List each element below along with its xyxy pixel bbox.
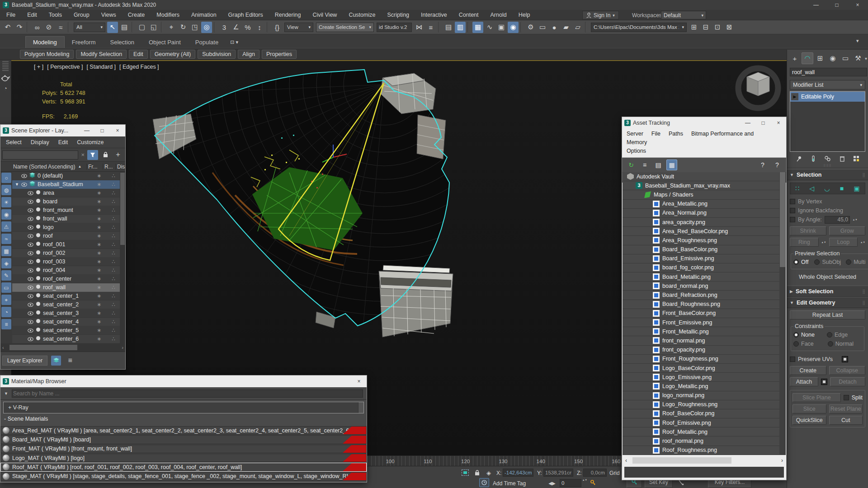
ribbon-collapse-icon[interactable]: ▾ xyxy=(856,38,859,44)
x-coordinate-field[interactable] xyxy=(503,469,533,477)
scene-tree-row[interactable]: ▼ roof_001 ∗ ∴ xyxy=(12,240,120,249)
render-toggle[interactable]: ∴ xyxy=(107,276,120,282)
soft-selection-rollout-header[interactable]: ▶ Soft Selection ⣿ xyxy=(787,286,868,297)
maximize-button[interactable]: □ xyxy=(826,0,847,10)
modifier-stack[interactable]: ▶ Editable Poly xyxy=(790,91,865,152)
border-subobject-icon[interactable]: ◡ xyxy=(824,185,830,192)
modifier-list-dropdown[interactable]: Modifier List ▾ xyxy=(790,80,865,89)
render-toggle[interactable]: ∴ xyxy=(107,301,120,308)
expand-arrow-icon[interactable]: ▼ xyxy=(15,182,19,187)
frozen-toggle[interactable]: ∗ xyxy=(91,173,107,179)
add-time-tag[interactable]: Add Time Tag xyxy=(493,480,526,487)
asset-row[interactable]: logo_normal.png xyxy=(623,391,779,400)
filter-icon[interactable] xyxy=(87,150,98,160)
teapot-icon[interactable] xyxy=(1,75,10,81)
detach-button[interactable]: Detach xyxy=(830,377,865,386)
frozen-toggle[interactable]: ∗ xyxy=(91,233,107,239)
clear-search-icon[interactable]: × xyxy=(80,151,85,158)
scene-tree-row[interactable]: ▼ seat_center_3 ∗ ∴ xyxy=(12,309,120,318)
asset-row[interactable]: board_fog_color.png xyxy=(623,263,779,272)
asset-row[interactable]: Logo_Metallic.png xyxy=(623,382,779,391)
toolbar-separator[interactable] xyxy=(68,22,71,33)
folder-options-icon[interactable]: ⊠ xyxy=(724,22,735,33)
render-toggle[interactable]: ∴ xyxy=(107,310,120,316)
show-end-result-icon[interactable] xyxy=(810,155,816,162)
display-lights-icon[interactable]: ☀ xyxy=(1,197,11,207)
asset-tracking-title-bar[interactable]: 3 Asset Tracking —□× xyxy=(622,117,786,129)
percent-snap-icon[interactable]: % xyxy=(242,22,253,33)
frozen-toggle[interactable]: ∗ xyxy=(91,224,107,230)
preserve-uvs-checkbox[interactable] xyxy=(790,357,795,362)
constraint-normal-radio[interactable] xyxy=(828,341,833,347)
select-and-rotate-icon[interactable]: ↻ xyxy=(178,22,189,33)
project-folder-icon[interactable]: ⊞ xyxy=(689,22,699,33)
menu-item[interactable]: Views xyxy=(101,12,116,18)
render-toggle[interactable]: ∴ xyxy=(107,284,120,291)
visibility-eye-icon[interactable] xyxy=(21,183,27,187)
slice-plane-button[interactable]: Slice Plane xyxy=(793,393,841,402)
command-panel-tabs-overflow-icon[interactable]: ▾ xyxy=(865,56,867,61)
edit-geometry-rollout-header[interactable]: ▼ Edit Geometry ⣿ xyxy=(787,297,868,308)
scene-tree-row[interactable]: ▼ roof_003 ∗ ∴ xyxy=(12,258,120,266)
preview-multi-radio[interactable] xyxy=(846,259,851,265)
render-toggle[interactable]: ∴ xyxy=(107,173,120,179)
remove-modifier-icon[interactable] xyxy=(840,155,845,162)
menu-item[interactable]: Edit xyxy=(58,139,68,145)
toolbar-separator[interactable] xyxy=(214,22,217,33)
visibility-eye-icon[interactable] xyxy=(21,174,27,178)
asset-row[interactable]: Board_Roughness.png xyxy=(623,300,779,309)
preserve-uvs-settings-icon[interactable] xyxy=(842,356,848,362)
toggle-scene-explorer-icon[interactable]: ▤ xyxy=(443,22,454,33)
asset-row[interactable]: Roof_BaseColor.png xyxy=(623,409,779,418)
attach-settings-icon[interactable] xyxy=(821,379,827,385)
window-crossing-toggle-icon[interactable]: ◱ xyxy=(148,22,159,33)
scroll-left-icon[interactable]: ‹ xyxy=(2,345,4,350)
frozen-toggle[interactable]: ∗ xyxy=(91,276,107,282)
folder-link-icon[interactable]: ⊟ xyxy=(700,22,711,33)
asset-row[interactable]: Front_Roughness.png xyxy=(623,355,779,364)
ribbon-tab[interactable]: Populate xyxy=(188,37,226,48)
preview-subobj-radio[interactable] xyxy=(814,259,820,265)
toolbar-separator[interactable] xyxy=(467,22,471,33)
undo-icon[interactable]: ↶ xyxy=(2,22,13,33)
select-and-link-icon[interactable]: ∞ xyxy=(32,22,42,33)
frozen-toggle[interactable]: ∗ xyxy=(91,310,107,316)
scene-tree-row[interactable]: ▼ board ∗ ∴ xyxy=(12,197,120,206)
asset-row[interactable]: Logo_Roughness.png xyxy=(623,400,779,409)
menu-item[interactable]: Select xyxy=(6,139,22,145)
create-button[interactable]: Create xyxy=(790,366,826,375)
selection-lock-toggle[interactable] xyxy=(460,468,470,477)
render-production-icon[interactable]: ● xyxy=(549,22,560,33)
render-toggle[interactable]: ∴ xyxy=(107,216,120,222)
toolbar-separator[interactable] xyxy=(132,22,135,33)
ribbon-panel-button[interactable]: Edit xyxy=(129,50,148,59)
frozen-toggle[interactable]: ∗ xyxy=(91,301,107,308)
menu-item[interactable]: Options xyxy=(627,148,646,154)
split-checkbox[interactable] xyxy=(844,395,849,400)
display-spacewarps-icon[interactable]: ≈ xyxy=(1,234,11,244)
project-folder-path-dropdown[interactable]: C:\Users\Elpac\Documents\3ds Max 2020▾ xyxy=(591,23,687,32)
menu-item[interactable]: Interactive xyxy=(421,12,447,18)
close-button[interactable]: × xyxy=(771,117,786,129)
render-toggle[interactable]: ∴ xyxy=(107,250,120,256)
asset-row[interactable]: board_normal.png xyxy=(623,282,779,291)
visibility-eye-icon[interactable] xyxy=(28,200,33,204)
render-toggle[interactable]: ∴ xyxy=(107,293,120,299)
z-coordinate-field[interactable] xyxy=(583,469,607,477)
select-by-name-icon[interactable]: ▤ xyxy=(119,22,130,33)
scroll-left-icon[interactable]: ‹ xyxy=(625,457,627,464)
modifier-stack-entry[interactable]: ▶ Editable Poly xyxy=(790,92,865,102)
display-hidden-icon[interactable]: ◔ xyxy=(1,307,11,317)
render-toggle[interactable]: ∴ xyxy=(107,190,120,196)
frozen-toggle[interactable]: ∗ xyxy=(91,336,107,342)
visibility-eye-icon[interactable] xyxy=(28,328,33,333)
frozen-toggle[interactable]: ∗ xyxy=(91,216,107,222)
scene-tree-row[interactable]: ▼ front_wall ∗ ∴ xyxy=(12,215,120,223)
repeat-last-button[interactable]: Repeat Last xyxy=(790,310,865,319)
render-toggle[interactable]: ∴ xyxy=(107,258,120,265)
loop-spinner[interactable]: ▲▼ xyxy=(860,241,865,244)
lock-icon[interactable] xyxy=(472,468,482,477)
angle-spinner[interactable]: ▲▼ xyxy=(853,219,858,221)
render-toggle[interactable]: ∴ xyxy=(107,233,120,239)
asset-row[interactable]: Board_Metallic.png xyxy=(623,272,779,282)
